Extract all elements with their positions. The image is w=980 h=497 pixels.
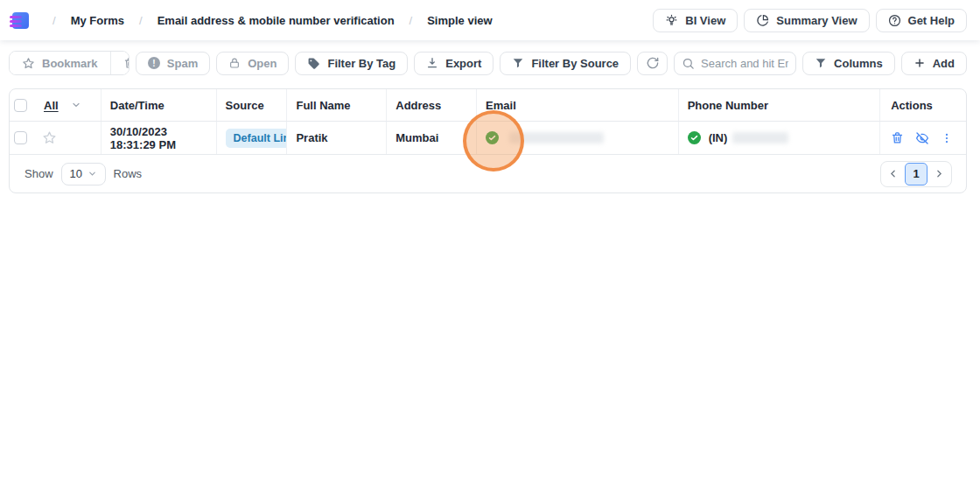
breadcrumb-separator: / xyxy=(52,14,56,27)
columns-funnel-icon xyxy=(815,57,827,69)
bookmark-button[interactable]: Bookmark xyxy=(10,52,111,74)
columns-button[interactable]: Columns xyxy=(802,52,895,75)
delete-button[interactable]: Delete xyxy=(111,52,130,74)
app-logo-icon[interactable] xyxy=(10,11,29,30)
select-all-cell: All xyxy=(10,89,102,121)
alert-icon: ! xyxy=(148,57,160,69)
page-number-button[interactable]: 1 xyxy=(905,163,928,186)
breadcrumb-separator: / xyxy=(410,14,413,27)
bulb-icon xyxy=(665,14,678,27)
rows-per-page-select[interactable]: 10 xyxy=(61,163,106,186)
email-verified-check-icon xyxy=(486,131,499,144)
column-header-full-name: Full Name xyxy=(287,89,387,121)
get-help-label: Get Help xyxy=(908,14,955,27)
row-full-name: Pratik xyxy=(287,122,387,154)
column-header-phone: Phone Number xyxy=(679,89,881,121)
chevron-right-icon[interactable] xyxy=(934,168,945,179)
select-all-checkbox[interactable] xyxy=(14,99,27,112)
tag-icon xyxy=(307,57,320,70)
rows-label: Rows xyxy=(114,167,143,180)
delete-row-icon[interactable] xyxy=(891,131,904,144)
breadcrumb-separator: / xyxy=(139,14,143,27)
refresh-icon xyxy=(646,56,660,70)
funnel-icon xyxy=(512,57,524,69)
star-icon[interactable] xyxy=(42,130,57,145)
refresh-button[interactable] xyxy=(637,52,668,75)
breadcrumb: / My Forms / Email address & mobile numb… xyxy=(52,14,493,27)
open-button[interactable]: Open xyxy=(216,52,289,75)
row-phone-cell: (IN) xyxy=(679,122,881,154)
filter-by-tag-label: Filter By Tag xyxy=(327,57,396,70)
pie-chart-icon xyxy=(756,14,769,27)
export-button[interactable]: Export xyxy=(414,52,494,75)
summary-view-button[interactable]: Summary View xyxy=(744,9,869,32)
column-header-actions: Actions xyxy=(880,89,966,121)
column-header-address: Address xyxy=(387,89,477,121)
table-header-row: All Date/Time Source Full Name Address E… xyxy=(10,89,966,122)
row-email-cell xyxy=(477,122,679,154)
submissions-table: All Date/Time Source Full Name Address E… xyxy=(9,88,967,193)
screen: / My Forms / Email address & mobile numb… xyxy=(0,0,980,497)
column-header-email: Email xyxy=(477,89,679,121)
breadcrumb-simple-view[interactable]: Simple view xyxy=(427,14,492,27)
topbar-actions: BI View Summary View Get Help xyxy=(653,9,967,32)
spam-button[interactable]: ! Spam xyxy=(136,52,210,75)
bi-view-label: BI View xyxy=(685,14,725,27)
column-header-datetime: Date/Time xyxy=(102,89,217,121)
filter-by-source-label: Filter By Source xyxy=(531,57,619,70)
table-footer: Show 10 Rows 1 xyxy=(10,155,966,192)
help-circle-icon xyxy=(888,14,901,27)
filter-by-tag-button[interactable]: Filter By Tag xyxy=(295,52,408,75)
rows-per-page-value: 10 xyxy=(70,167,82,180)
plus-icon xyxy=(914,57,926,69)
bookmark-label: Bookmark xyxy=(42,57,98,70)
pagination: 1 xyxy=(880,161,952,187)
mark-unseen-row-icon[interactable] xyxy=(915,131,929,145)
columns-label: Columns xyxy=(834,57,883,70)
redacted-phone-value xyxy=(732,132,788,144)
top-bar: / My Forms / Email address & mobile numb… xyxy=(0,0,980,40)
export-icon xyxy=(426,57,438,69)
row-checkbox[interactable] xyxy=(14,131,27,144)
column-header-source: Source xyxy=(217,89,288,121)
add-label: Add xyxy=(933,57,955,70)
phone-country-code: (IN) xyxy=(709,131,728,144)
lock-icon xyxy=(228,57,241,69)
show-label: Show xyxy=(24,167,53,180)
selection-actions-group: Bookmark Delete Unseen xyxy=(9,51,130,75)
phone-verified-check-icon xyxy=(688,131,701,144)
add-button[interactable]: Add xyxy=(901,52,967,75)
search-box xyxy=(674,52,796,75)
filter-by-source-button[interactable]: Filter By Source xyxy=(500,52,631,75)
row-source-cell: Default Link xyxy=(217,122,288,154)
chevron-down-icon xyxy=(88,169,97,178)
breadcrumb-my-forms[interactable]: My Forms xyxy=(71,14,124,27)
logo-bar xyxy=(10,24,22,27)
row-datetime: 30/10/2023 18:31:29 PM xyxy=(102,122,217,154)
logo-bar xyxy=(10,20,22,23)
bi-view-button[interactable]: BI View xyxy=(653,9,738,32)
row-actions-cell xyxy=(880,122,966,154)
toolbar: Bookmark Delete Unseen ! xyxy=(9,51,967,75)
open-label: Open xyxy=(248,57,276,70)
chevron-down-icon[interactable] xyxy=(71,100,81,110)
more-vertical-icon[interactable] xyxy=(941,132,953,144)
select-all-dropdown-label[interactable]: All xyxy=(44,99,59,112)
star-icon xyxy=(22,57,35,70)
toolbar-right-cluster: Columns Add xyxy=(637,52,967,75)
spam-label: Spam xyxy=(167,57,198,70)
source-tag-chip[interactable]: Default Link xyxy=(226,129,288,148)
export-label: Export xyxy=(445,57,481,70)
logo-bar xyxy=(10,16,22,18)
chevron-left-icon[interactable] xyxy=(887,168,899,179)
table-row: 30/10/2023 18:31:29 PM Default Link Prat… xyxy=(10,122,966,155)
row-select-cell xyxy=(10,122,102,154)
get-help-button[interactable]: Get Help xyxy=(876,9,967,32)
summary-view-label: Summary View xyxy=(776,14,857,27)
redacted-email-value xyxy=(509,132,604,144)
breadcrumb-form-name[interactable]: Email address & mobile number verificati… xyxy=(158,14,395,27)
row-address: Mumbai xyxy=(387,122,477,154)
trash-icon xyxy=(123,57,130,69)
search-icon xyxy=(682,57,695,70)
